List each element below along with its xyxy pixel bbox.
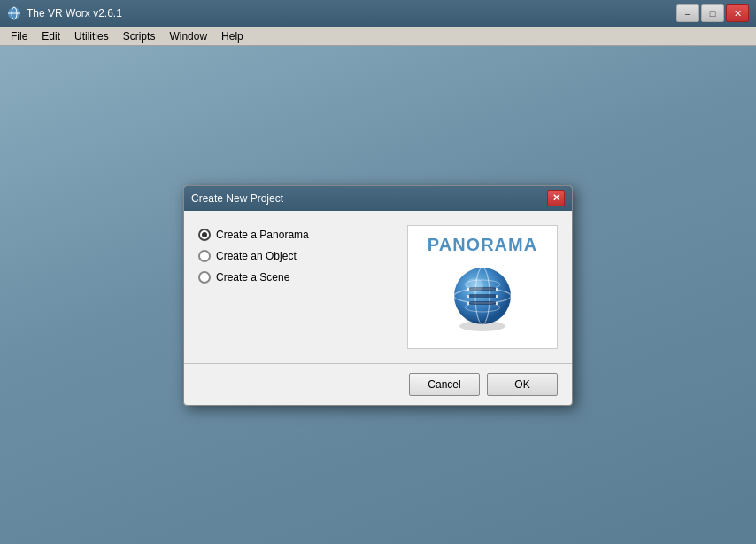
title-bar-left: The VR Worx v2.6.1 xyxy=(7,6,122,20)
svg-rect-10 xyxy=(469,301,496,305)
dialog-footer: Cancel OK xyxy=(184,364,572,405)
dialog-body: Create a Panorama Create an Object Creat… xyxy=(184,211,572,363)
radio-panorama-label: Create a Panorama xyxy=(216,229,309,241)
radio-panorama-input[interactable] xyxy=(198,229,211,241)
minimize-button[interactable]: – xyxy=(676,4,699,22)
create-new-project-dialog: Create New Project ✕ Create a Panorama C… xyxy=(183,185,573,406)
svg-rect-14 xyxy=(496,295,498,298)
maximize-button[interactable]: □ xyxy=(701,4,724,22)
svg-point-17 xyxy=(466,278,483,292)
svg-rect-9 xyxy=(469,294,496,298)
radio-panorama[interactable]: Create a Panorama xyxy=(198,229,397,241)
radio-object-label: Create an Object xyxy=(216,250,297,262)
cancel-button[interactable]: Cancel xyxy=(409,373,480,396)
svg-rect-16 xyxy=(496,302,498,305)
dialog-overlay: Create New Project ✕ Create a Panorama C… xyxy=(0,46,756,544)
radio-scene-input[interactable] xyxy=(198,271,211,284)
preview-title: PANORAMA xyxy=(428,235,537,255)
menu-utilities[interactable]: Utilities xyxy=(67,28,116,44)
title-bar: The VR Worx v2.6.1 – □ ✕ xyxy=(0,0,756,27)
menu-bar: File Edit Utilities Scripts Window Help xyxy=(0,27,756,46)
svg-rect-13 xyxy=(467,295,469,298)
svg-point-18 xyxy=(459,321,505,331)
radio-object-input[interactable] xyxy=(198,250,211,262)
app-close-button[interactable]: ✕ xyxy=(726,4,749,22)
radio-object[interactable]: Create an Object xyxy=(198,250,397,262)
menu-edit[interactable]: Edit xyxy=(35,28,67,44)
menu-help[interactable]: Help xyxy=(214,28,251,44)
svg-rect-15 xyxy=(467,302,469,305)
main-area: Create New Project ✕ Create a Panorama C… xyxy=(0,46,756,544)
menu-window[interactable]: Window xyxy=(162,28,214,44)
app-title: The VR Worx v2.6.1 xyxy=(27,7,122,19)
panorama-globe-icon xyxy=(443,259,522,338)
menu-file[interactable]: File xyxy=(4,28,35,44)
menu-scripts[interactable]: Scripts xyxy=(116,28,163,44)
preview-panel: PANORAMA xyxy=(407,225,558,349)
svg-rect-12 xyxy=(496,288,498,291)
app-icon xyxy=(7,6,21,20)
options-panel: Create a Panorama Create an Object Creat… xyxy=(198,225,397,349)
radio-scene-label: Create a Scene xyxy=(216,271,289,284)
dialog-close-button[interactable]: ✕ xyxy=(547,190,565,206)
ok-button[interactable]: OK xyxy=(487,373,558,396)
dialog-title-bar: Create New Project ✕ xyxy=(184,186,572,211)
title-bar-buttons: – □ ✕ xyxy=(676,4,749,22)
dialog-title: Create New Project xyxy=(191,192,283,205)
radio-scene[interactable]: Create a Scene xyxy=(198,271,397,284)
